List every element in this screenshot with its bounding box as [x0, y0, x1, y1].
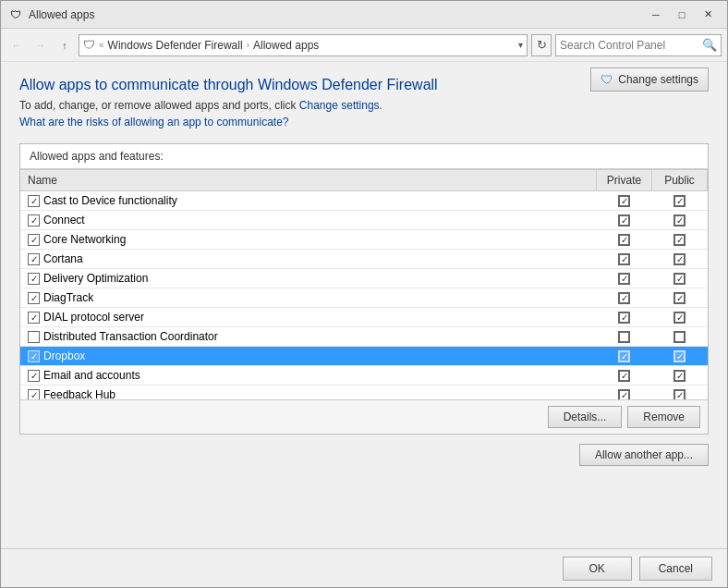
breadcrumb-chevron: › — [247, 40, 249, 50]
table-row[interactable]: Email and accounts — [20, 366, 708, 386]
breadcrumb-separator1: « — [99, 40, 104, 50]
private-check-cell[interactable] — [597, 288, 652, 308]
app-name: Cortana — [43, 252, 83, 265]
minimize-button[interactable]: ─ — [644, 6, 668, 24]
address-shield-icon: 🛡 — [83, 38, 95, 52]
table-row[interactable]: Cortana — [20, 250, 708, 269]
ok-button[interactable]: OK — [563, 557, 632, 581]
title-bar: 🛡 Allowed apps ─ □ ✕ — [1, 1, 727, 29]
app-name-cell: Dropbox — [20, 347, 597, 366]
public-check-cell[interactable] — [652, 269, 708, 288]
app-name: Cast to Device functionality — [43, 194, 177, 207]
table-row[interactable]: Cast to Device functionality — [20, 191, 708, 211]
search-input[interactable] — [560, 39, 698, 52]
table-row[interactable]: Dropbox — [20, 347, 708, 366]
public-check-cell[interactable] — [652, 308, 708, 327]
table-row[interactable]: Distributed Transaction Coordinator — [20, 327, 708, 347]
app-name-cell: Email and accounts — [20, 366, 597, 386]
private-check-cell[interactable] — [597, 366, 652, 386]
change-settings-link[interactable]: Change settings — [299, 99, 380, 112]
app-name: Delivery Optimization — [43, 272, 148, 285]
app-name-cell: Connect — [20, 211, 597, 230]
table-row[interactable]: Delivery Optimization — [20, 269, 708, 288]
description: To add, change, or remove allowed apps a… — [19, 99, 709, 112]
private-check-cell[interactable] — [597, 386, 652, 400]
private-check-cell[interactable] — [597, 230, 652, 250]
forward-button[interactable]: → — [30, 35, 51, 55]
description-end: . — [380, 99, 382, 112]
breadcrumb-part2: Allowed apps — [253, 39, 319, 52]
table-row[interactable]: Connect — [20, 211, 708, 230]
app-name: Dropbox — [43, 349, 85, 362]
app-name: Connect — [43, 214, 85, 227]
window-title: Allowed apps — [29, 8, 644, 21]
private-check-cell[interactable] — [597, 250, 652, 269]
private-check-cell[interactable] — [597, 327, 652, 347]
app-name: DIAL protocol server — [43, 311, 144, 324]
public-check-cell[interactable] — [652, 347, 708, 366]
private-check-cell[interactable] — [597, 211, 652, 230]
table-scroll[interactable]: Name Private Public Cast to Device funct… — [20, 169, 708, 399]
remove-button[interactable]: Remove — [627, 406, 700, 428]
app-name: Email and accounts — [43, 369, 140, 382]
change-settings-button[interactable]: 🛡 Change settings — [590, 67, 709, 92]
apps-panel: Allowed apps and features: Name Private … — [19, 143, 709, 435]
change-settings-label: Change settings — [618, 73, 698, 86]
window-footer: OK Cancel — [1, 548, 727, 587]
table-header-row: Name Private Public — [20, 170, 708, 191]
toolbar: ← → ↑ 🛡 « Windows Defender Firewall › Al… — [1, 29, 727, 62]
panel-title: Allowed apps and features: — [20, 144, 708, 168]
main-window: 🛡 Allowed apps ─ □ ✕ ← → ↑ 🛡 « Windows D… — [0, 0, 728, 588]
app-name-cell: Cast to Device functionality — [20, 191, 597, 211]
table-row[interactable]: Core Networking — [20, 230, 708, 250]
col-public-header: Public — [652, 170, 708, 191]
public-check-cell[interactable] — [652, 191, 708, 211]
allow-another-button[interactable]: Allow another app... — [579, 444, 709, 466]
public-check-cell[interactable] — [652, 211, 708, 230]
public-check-cell[interactable] — [652, 366, 708, 386]
search-bar[interactable]: 🔍 — [555, 34, 722, 56]
close-button[interactable]: ✕ — [696, 6, 720, 24]
maximize-button[interactable]: □ — [670, 6, 694, 24]
allow-another-area: Allow another app... — [19, 444, 709, 466]
address-dropdown-icon[interactable]: ▾ — [518, 40, 523, 50]
public-check-cell[interactable] — [652, 230, 708, 250]
public-check-cell[interactable] — [652, 327, 708, 347]
app-name: Core Networking — [43, 233, 126, 246]
public-check-cell[interactable] — [652, 250, 708, 269]
table-container: Name Private Public Cast to Device funct… — [20, 168, 708, 399]
app-name-cell: DiagTrack — [20, 288, 597, 308]
refresh-button[interactable]: ↻ — [531, 34, 552, 56]
col-private-header: Private — [597, 170, 652, 191]
details-button[interactable]: Details... — [548, 406, 623, 428]
app-name-cell: Delivery Optimization — [20, 269, 597, 288]
private-check-cell[interactable] — [597, 191, 652, 211]
public-check-cell[interactable] — [652, 288, 708, 308]
app-name-cell: Cortana — [20, 250, 597, 269]
app-name-cell: DIAL protocol server — [20, 308, 597, 327]
up-button[interactable]: ↑ — [55, 35, 75, 55]
app-name: DiagTrack — [43, 291, 93, 304]
table-row[interactable]: DiagTrack — [20, 288, 708, 308]
help-link[interactable]: What are the risks of allowing an app to… — [19, 116, 288, 129]
app-name: Distributed Transaction Coordinator — [43, 330, 218, 343]
private-check-cell[interactable] — [597, 269, 652, 288]
app-name-cell: Core Networking — [20, 230, 597, 250]
window-controls: ─ □ ✕ — [644, 6, 720, 24]
apps-table: Name Private Public Cast to Device funct… — [20, 169, 708, 399]
col-name-header: Name — [20, 170, 597, 191]
address-bar[interactable]: 🛡 « Windows Defender Firewall › Allowed … — [79, 34, 528, 56]
public-check-cell[interactable] — [652, 386, 708, 400]
window-icon: 🛡 — [8, 7, 23, 22]
breadcrumb-part1: Windows Defender Firewall — [108, 39, 243, 52]
content-area: 🛡 Change settings Allow apps to communic… — [1, 62, 727, 548]
private-check-cell[interactable] — [597, 347, 652, 366]
private-check-cell[interactable] — [597, 308, 652, 327]
apps-list: Cast to Device functionalityConnectCore … — [20, 191, 708, 400]
breadcrumb: Windows Defender Firewall › Allowed apps — [108, 39, 320, 52]
cancel-button[interactable]: Cancel — [639, 557, 712, 581]
back-button[interactable]: ← — [6, 35, 27, 55]
description-text: To add, change, or remove allowed apps a… — [19, 99, 299, 112]
table-row[interactable]: DIAL protocol server — [20, 308, 708, 327]
table-row[interactable]: Feedback Hub — [20, 386, 708, 400]
